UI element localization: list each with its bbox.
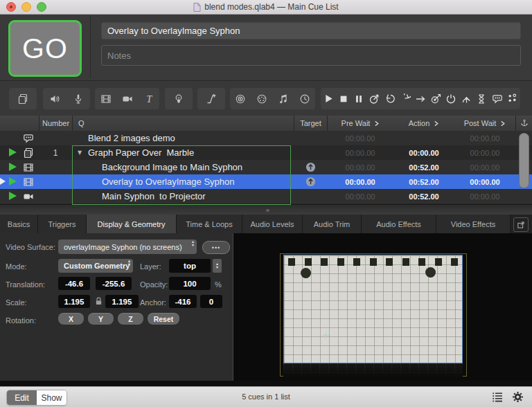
q-column-header[interactable]: Q <box>72 116 294 131</box>
tab-audio-levels[interactable]: Audio Levels <box>242 215 303 233</box>
pre-wait-column-header[interactable]: Pre Wait <box>327 116 393 131</box>
cue-name-cell[interactable]: Main Syphon to Projector <box>72 189 294 204</box>
graph-paper-image[interactable] <box>283 255 463 363</box>
disclosure-triangle-icon[interactable]: ▼ <box>78 150 82 156</box>
audio-cue-button[interactable] <box>47 90 62 108</box>
autocontinue-column-header[interactable] <box>515 116 532 131</box>
cue-lists-button[interactable] <box>492 391 503 402</box>
translation-x-field[interactable]: -46.6 <box>58 277 90 290</box>
load-button[interactable] <box>382 90 397 108</box>
vertical-scrollbar[interactable] <box>519 133 529 188</box>
cue-number-cell[interactable] <box>39 174 72 189</box>
tab-audio-trim[interactable]: Audio Trim <box>303 215 362 233</box>
zoom-button[interactable] <box>37 2 46 12</box>
pause-button[interactable] <box>352 90 366 108</box>
pre-wait-cell[interactable]: 00:00.00 <box>327 145 393 160</box>
selected-cue-name-input[interactable] <box>101 22 521 39</box>
more-options-button[interactable]: ••• <box>202 241 230 254</box>
cue-name-cell[interactable]: Background Image to Main Syphon <box>72 160 294 174</box>
cue-row[interactable]: Main Syphon to Projector00:00.0000:52.00… <box>0 189 532 204</box>
action-cell[interactable]: 00:00.00 <box>393 145 454 160</box>
mic-cue-button[interactable] <box>71 90 86 108</box>
rotation-y-button[interactable]: Y <box>88 313 114 325</box>
chevron-right-icon[interactable] <box>373 120 380 127</box>
script-button[interactable] <box>490 90 504 108</box>
tab-time-loops[interactable]: Time & Loops <box>177 215 242 233</box>
pre-wait-cell[interactable]: 00:00.00 <box>327 160 393 174</box>
goto-button[interactable] <box>413 90 427 108</box>
cue-number-cell[interactable]: 1 <box>39 145 72 160</box>
tab-basics[interactable]: Basics <box>0 215 38 233</box>
post-wait-cell[interactable]: 00:00.00 <box>454 189 515 204</box>
camera-cue-button[interactable] <box>120 90 135 108</box>
music-cue-button[interactable] <box>276 90 291 108</box>
override-button[interactable] <box>459 90 474 108</box>
stop-button[interactable] <box>337 90 351 108</box>
midi-cue-button[interactable] <box>254 90 269 108</box>
layer-field[interactable]: top <box>169 259 211 273</box>
rotation-x-button[interactable]: X <box>58 313 84 325</box>
group-cue-button[interactable] <box>15 90 30 108</box>
retarget-button[interactable] <box>429 90 443 108</box>
pre-wait-cell[interactable]: 00:00.00 <box>327 131 393 145</box>
scale-y-field[interactable]: 1.195 <box>105 295 139 308</box>
cue-number-cell[interactable] <box>39 189 72 204</box>
chevron-right-icon[interactable] <box>499 120 506 127</box>
video-cue-button[interactable] <box>98 90 114 108</box>
network-cue-button[interactable] <box>233 90 248 108</box>
minimize-button[interactable] <box>21 2 31 12</box>
action-cell[interactable]: 00:52.00 <box>393 189 454 204</box>
cue-name-cell[interactable]: ▼Graph Paper Over Marble <box>72 145 294 160</box>
action-cell[interactable] <box>393 131 454 145</box>
action-cell[interactable]: 00:52.00 <box>393 160 454 174</box>
post-wait-cell[interactable]: 00:00.00 <box>454 160 515 174</box>
number-column-header[interactable]: Number <box>39 116 72 131</box>
cue-number-cell[interactable] <box>39 160 72 174</box>
play-button[interactable] <box>321 90 336 108</box>
target-column-header[interactable]: Target <box>294 116 327 131</box>
lock-icon[interactable] <box>94 296 103 306</box>
rotation-z-button[interactable]: Z <box>118 313 143 325</box>
post-wait-cell[interactable]: 00:00.00 <box>454 145 515 160</box>
chevron-right-icon[interactable] <box>433 120 439 127</box>
post-wait-column-header[interactable]: Post Wait <box>454 116 515 131</box>
anchor-x-field[interactable]: -416 <box>169 295 197 308</box>
popout-inspector-button[interactable] <box>513 217 529 232</box>
gear-icon[interactable] <box>512 391 524 403</box>
mode-dropdown[interactable]: Custom Geometry ▴▾ <box>58 259 133 273</box>
tab-display-geometry[interactable]: Display & Geometry <box>87 215 177 233</box>
cue-row[interactable]: Blend 2 images demo00:00.0000:00.00 <box>0 131 532 145</box>
wait-button[interactable] <box>475 90 489 108</box>
devamp-button[interactable] <box>367 90 382 108</box>
rotation-reset-button[interactable]: Reset <box>148 313 179 325</box>
notes-input[interactable] <box>101 45 521 66</box>
post-wait-cell[interactable]: 00:00.00 <box>454 174 515 189</box>
text-cue-button[interactable]: T <box>141 90 157 108</box>
scale-x-field[interactable]: 1.195 <box>58 295 90 308</box>
tab-triggers[interactable]: Triggers <box>38 215 87 233</box>
fade-cue-button[interactable] <box>204 90 219 108</box>
close-button[interactable] <box>6 2 16 12</box>
light-cue-button[interactable] <box>171 90 186 108</box>
action-column-header[interactable]: Action <box>393 116 454 131</box>
translation-y-field[interactable]: -255.6 <box>96 277 132 290</box>
go-button[interactable]: GO <box>8 20 82 77</box>
panic-button[interactable] <box>444 90 459 108</box>
tab-audio-effects[interactable]: Audio Effects <box>362 215 436 233</box>
pre-wait-cell[interactable]: 00:00.00 <box>327 189 393 204</box>
cue-row[interactable]: Background Image to Main Syphon00:00.000… <box>0 160 532 174</box>
dots-grid-button[interactable] <box>505 90 520 108</box>
cue-name-cell[interactable]: Overlay to OverlayImage Syphon <box>72 174 294 189</box>
pre-wait-cell[interactable]: 00:00.00 <box>327 174 393 189</box>
tab-video-effects[interactable]: Video Effects <box>436 215 511 233</box>
cue-name-cell[interactable]: Blend 2 images demo <box>72 131 294 145</box>
timecode-cue-button[interactable] <box>297 90 312 108</box>
cue-row[interactable]: Overlay to OverlayImage Syphon00:00.0000… <box>0 174 532 189</box>
post-wait-cell[interactable]: 00:00.00 <box>454 131 515 145</box>
reset-button[interactable] <box>398 90 412 108</box>
anchor-y-field[interactable]: 0 <box>200 295 222 308</box>
autocontinue-cell[interactable] <box>515 189 532 204</box>
cue-number-cell[interactable] <box>39 131 72 145</box>
layer-stepper[interactable]: ▴▾ <box>213 259 222 273</box>
action-cell[interactable]: 00:52.00 <box>393 174 454 189</box>
